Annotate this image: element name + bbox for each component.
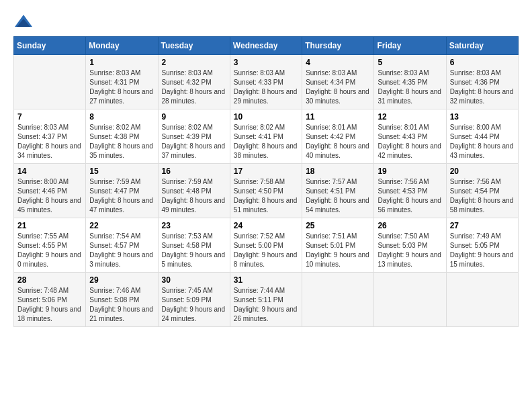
calendar-cell: 28 Sunrise: 7:48 AMSunset: 5:06 PMDaylig…: [14, 273, 86, 327]
day-number: 4: [306, 58, 370, 67]
weekday-header: Wednesday: [230, 37, 302, 55]
calendar-cell: 23 Sunrise: 7:53 AMSunset: 4:58 PMDaylig…: [158, 218, 230, 273]
calendar-week-row: 1 Sunrise: 8:03 AMSunset: 4:31 PMDayligh…: [14, 55, 519, 109]
weekday-header: Sunday: [14, 37, 86, 55]
calendar-cell: 7 Sunrise: 8:03 AMSunset: 4:37 PMDayligh…: [14, 109, 86, 164]
day-info: Sunrise: 8:01 AMSunset: 4:42 PMDaylight:…: [306, 123, 370, 161]
calendar-cell: [374, 273, 446, 327]
calendar-cell: 10 Sunrise: 8:02 AMSunset: 4:41 PMDaylig…: [230, 109, 302, 164]
calendar-cell: [446, 273, 518, 327]
calendar-week-row: 7 Sunrise: 8:03 AMSunset: 4:37 PMDayligh…: [14, 109, 519, 164]
day-number: 24: [234, 221, 298, 230]
calendar-cell: 4 Sunrise: 8:03 AMSunset: 4:34 PMDayligh…: [302, 55, 374, 109]
weekday-header: Thursday: [302, 37, 374, 55]
weekday-header: Tuesday: [158, 37, 230, 55]
day-info: Sunrise: 8:02 AMSunset: 4:39 PMDaylight:…: [162, 123, 226, 161]
day-number: 28: [17, 275, 82, 285]
day-number: 26: [378, 221, 442, 230]
day-number: 17: [234, 167, 298, 176]
day-info: Sunrise: 8:03 AMSunset: 4:34 PMDaylight:…: [306, 68, 370, 106]
calendar-week-row: 14 Sunrise: 8:00 AMSunset: 4:46 PMDaylig…: [14, 164, 519, 218]
calendar-cell: 19 Sunrise: 7:56 AMSunset: 4:53 PMDaylig…: [374, 164, 446, 218]
calendar-cell: [302, 273, 374, 327]
day-number: 20: [450, 167, 515, 176]
day-number: 1: [89, 58, 154, 67]
day-info: Sunrise: 7:55 AMSunset: 4:55 PMDaylight:…: [17, 232, 82, 269]
day-number: 14: [17, 167, 82, 176]
day-info: Sunrise: 8:03 AMSunset: 4:36 PMDaylight:…: [450, 68, 515, 106]
day-number: 8: [89, 112, 154, 122]
calendar-cell: 15 Sunrise: 7:59 AMSunset: 4:47 PMDaylig…: [86, 164, 158, 218]
weekday-header: Saturday: [446, 37, 518, 55]
day-info: Sunrise: 8:00 AMSunset: 4:46 PMDaylight:…: [17, 177, 82, 215]
day-number: 18: [306, 167, 370, 176]
logo: [13, 13, 36, 30]
page-header: [13, 13, 519, 30]
calendar-cell: 25 Sunrise: 7:51 AMSunset: 5:01 PMDaylig…: [302, 218, 374, 273]
day-info: Sunrise: 7:52 AMSunset: 5:00 PMDaylight:…: [234, 232, 298, 269]
calendar-cell: 5 Sunrise: 8:03 AMSunset: 4:35 PMDayligh…: [374, 55, 446, 109]
day-number: 16: [162, 167, 226, 176]
day-number: 10: [234, 112, 298, 122]
calendar-cell: 21 Sunrise: 7:55 AMSunset: 4:55 PMDaylig…: [14, 218, 86, 273]
calendar-cell: 13 Sunrise: 8:00 AMSunset: 4:44 PMDaylig…: [446, 109, 518, 164]
calendar-cell: 30 Sunrise: 7:45 AMSunset: 5:09 PMDaylig…: [158, 273, 230, 327]
calendar-cell: 3 Sunrise: 8:03 AMSunset: 4:33 PMDayligh…: [230, 55, 302, 109]
day-info: Sunrise: 8:02 AMSunset: 4:41 PMDaylight:…: [234, 123, 298, 161]
calendar-header-row: SundayMondayTuesdayWednesdayThursdayFrid…: [14, 37, 519, 55]
day-info: Sunrise: 7:50 AMSunset: 5:03 PMDaylight:…: [378, 232, 442, 269]
day-number: 21: [17, 221, 82, 230]
day-info: Sunrise: 7:53 AMSunset: 4:58 PMDaylight:…: [162, 232, 226, 269]
calendar-cell: 6 Sunrise: 8:03 AMSunset: 4:36 PMDayligh…: [446, 55, 518, 109]
calendar-cell: 26 Sunrise: 7:50 AMSunset: 5:03 PMDaylig…: [374, 218, 446, 273]
calendar-cell: 11 Sunrise: 8:01 AMSunset: 4:42 PMDaylig…: [302, 109, 374, 164]
day-number: 11: [306, 112, 370, 122]
day-info: Sunrise: 7:59 AMSunset: 4:48 PMDaylight:…: [162, 177, 226, 215]
calendar-cell: 16 Sunrise: 7:59 AMSunset: 4:48 PMDaylig…: [158, 164, 230, 218]
calendar-cell: 9 Sunrise: 8:02 AMSunset: 4:39 PMDayligh…: [158, 109, 230, 164]
day-info: Sunrise: 7:48 AMSunset: 5:06 PMDaylight:…: [17, 286, 82, 324]
day-info: Sunrise: 8:03 AMSunset: 4:35 PMDaylight:…: [378, 68, 442, 106]
day-number: 15: [89, 167, 154, 176]
calendar-table: SundayMondayTuesdayWednesdayThursdayFrid…: [13, 36, 519, 327]
day-number: 25: [306, 221, 370, 230]
calendar-cell: 2 Sunrise: 8:03 AMSunset: 4:32 PMDayligh…: [158, 55, 230, 109]
day-number: 23: [162, 221, 226, 230]
calendar-cell: 12 Sunrise: 8:01 AMSunset: 4:43 PMDaylig…: [374, 109, 446, 164]
day-info: Sunrise: 7:57 AMSunset: 4:51 PMDaylight:…: [306, 177, 370, 215]
calendar-cell: 17 Sunrise: 7:58 AMSunset: 4:50 PMDaylig…: [230, 164, 302, 218]
day-number: 29: [89, 275, 154, 285]
day-number: 30: [162, 275, 226, 285]
calendar-cell: 20 Sunrise: 7:56 AMSunset: 4:54 PMDaylig…: [446, 164, 518, 218]
weekday-header: Monday: [86, 37, 158, 55]
calendar-cell: 24 Sunrise: 7:52 AMSunset: 5:00 PMDaylig…: [230, 218, 302, 273]
day-number: 5: [378, 58, 442, 67]
weekday-header: Friday: [374, 37, 446, 55]
day-info: Sunrise: 7:44 AMSunset: 5:11 PMDaylight:…: [234, 286, 298, 324]
day-info: Sunrise: 8:03 AMSunset: 4:37 PMDaylight:…: [17, 123, 82, 161]
calendar-cell: 1 Sunrise: 8:03 AMSunset: 4:31 PMDayligh…: [86, 55, 158, 109]
day-info: Sunrise: 7:54 AMSunset: 4:57 PMDaylight:…: [89, 232, 154, 269]
day-number: 7: [17, 112, 82, 122]
day-info: Sunrise: 7:46 AMSunset: 5:08 PMDaylight:…: [89, 286, 154, 324]
day-number: 22: [89, 221, 154, 230]
calendar-week-row: 21 Sunrise: 7:55 AMSunset: 4:55 PMDaylig…: [14, 218, 519, 273]
day-info: Sunrise: 8:01 AMSunset: 4:43 PMDaylight:…: [378, 123, 442, 161]
logo-icon: [13, 13, 34, 30]
calendar-cell: 29 Sunrise: 7:46 AMSunset: 5:08 PMDaylig…: [86, 273, 158, 327]
day-number: 2: [162, 58, 226, 67]
calendar-cell: 18 Sunrise: 7:57 AMSunset: 4:51 PMDaylig…: [302, 164, 374, 218]
calendar-cell: 8 Sunrise: 8:02 AMSunset: 4:38 PMDayligh…: [86, 109, 158, 164]
day-info: Sunrise: 8:03 AMSunset: 4:33 PMDaylight:…: [234, 68, 298, 106]
day-number: 9: [162, 112, 226, 122]
day-info: Sunrise: 8:03 AMSunset: 4:31 PMDaylight:…: [89, 68, 154, 106]
calendar-cell: [14, 55, 86, 109]
calendar-cell: 22 Sunrise: 7:54 AMSunset: 4:57 PMDaylig…: [86, 218, 158, 273]
day-number: 19: [378, 167, 442, 176]
day-info: Sunrise: 7:45 AMSunset: 5:09 PMDaylight:…: [162, 286, 226, 324]
day-number: 31: [234, 275, 298, 285]
calendar-cell: 31 Sunrise: 7:44 AMSunset: 5:11 PMDaylig…: [230, 273, 302, 327]
day-info: Sunrise: 7:49 AMSunset: 5:05 PMDaylight:…: [450, 232, 515, 269]
day-info: Sunrise: 8:03 AMSunset: 4:32 PMDaylight:…: [162, 68, 226, 106]
day-info: Sunrise: 7:56 AMSunset: 4:53 PMDaylight:…: [378, 177, 442, 215]
